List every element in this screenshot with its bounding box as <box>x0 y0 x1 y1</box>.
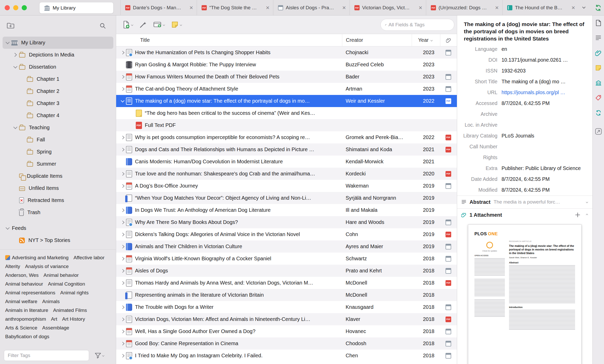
attachments-collapse-chevron-icon[interactable] <box>586 214 588 216</box>
column-header-title[interactable]: Title <box>116 34 342 46</box>
item-row[interactable]: Victorian Dogs, Victorian Men: Affect an… <box>116 313 457 325</box>
document-tab[interactable]: Aisles of Dogs - Pra… × <box>273 0 349 15</box>
best-attachment-icon[interactable] <box>446 329 451 334</box>
item-row[interactable]: I Tried to Make My Dog an Instagram Cele… <box>116 350 457 362</box>
tab-close-icon[interactable]: × <box>495 5 499 10</box>
add-attachment-icon[interactable] <box>575 212 581 218</box>
field-value[interactable]: https://journals.plos.org/pl … <box>502 90 588 95</box>
collection-row[interactable]: Retracted Items <box>3 194 113 206</box>
tag[interactable]: Alterity <box>5 262 20 271</box>
best-attachment-icon[interactable] <box>446 341 451 346</box>
tag[interactable]: Animal Cognition <box>48 280 85 288</box>
expand-chevron-icon[interactable] <box>119 228 126 240</box>
field-value[interactable]: 8/7/2024, 6:42:55 PM <box>502 100 588 106</box>
new-note-button[interactable] <box>171 21 182 28</box>
best-attachment-icon[interactable] <box>446 256 451 262</box>
collection-row[interactable]: Dissertation <box>3 61 113 73</box>
expand-chevron-icon[interactable] <box>119 143 126 156</box>
item-row[interactable]: A Dog’s Box-Office Journey Wakeman 2019 <box>116 180 457 192</box>
collection-row[interactable]: Depictions In Media <box>3 49 113 61</box>
tag[interactable]: Anderson, Wes <box>5 271 39 280</box>
item-row[interactable]: Virginia Woolf's Little-Known Biography … <box>116 253 457 265</box>
best-attachment-icon[interactable] <box>446 353 451 359</box>
libraries-collections-pane-icon[interactable] <box>593 75 604 90</box>
best-attachment-icon[interactable] <box>446 268 451 274</box>
expand-chevron-icon[interactable] <box>119 180 126 192</box>
best-attachment-icon[interactable] <box>446 50 451 55</box>
best-attachment-icon[interactable] <box>446 232 451 237</box>
item-row[interactable]: How the Humanization of Pets Is Changing… <box>116 46 457 59</box>
collection-row[interactable]: NYT > Top Stories <box>3 234 113 246</box>
expand-chevron-icon[interactable] <box>119 83 126 95</box>
attachments-pane-icon[interactable] <box>593 45 604 60</box>
zoom-window-button[interactable] <box>22 5 27 10</box>
item-row[interactable]: Aisles of Dogs Prato and Kehrt 2018 <box>116 265 457 277</box>
tab-close-icon[interactable]: × <box>189 5 193 10</box>
disclosure-chevron-icon[interactable] <box>12 124 19 131</box>
search-options-chevron-icon[interactable] <box>385 24 386 26</box>
expand-chevron-icon[interactable] <box>119 46 126 59</box>
expand-chevron-icon[interactable] <box>119 156 126 168</box>
search-box[interactable] <box>380 19 454 31</box>
expand-chevron-icon[interactable] <box>119 265 126 277</box>
related-pane-icon[interactable] <box>593 105 604 120</box>
tag-filter-input[interactable] <box>4 350 89 361</box>
sync-icon[interactable] <box>595 4 602 12</box>
new-collection-button[interactable] <box>7 22 14 30</box>
item-row[interactable]: Animals and Their Children in Victorian … <box>116 240 457 253</box>
attachments-section-header[interactable]: 1 Attachment <box>457 208 592 221</box>
expand-chevron-icon[interactable] <box>119 253 126 265</box>
locate-pane-icon[interactable] <box>593 124 604 139</box>
collection-row[interactable]: Duplicate Items <box>3 170 113 182</box>
collection-row[interactable]: My Library <box>3 37 113 49</box>
search-input[interactable] <box>388 22 452 28</box>
best-attachment-icon[interactable] <box>446 183 451 189</box>
field-value[interactable] <box>502 122 588 128</box>
collection-row[interactable]: Summer <box>3 158 113 170</box>
expand-chevron-icon[interactable] <box>119 325 126 337</box>
document-tab[interactable]: (Un)muzzled: Dogs … × <box>426 0 502 15</box>
field-value[interactable]: PLoS Journals <box>502 133 588 139</box>
item-row[interactable]: Canis Modernis: Human/Dog Coevolution in… <box>116 156 457 168</box>
item-row[interactable]: Dogs and Cats and Their Relationships wi… <box>116 143 457 156</box>
disclosure-chevron-icon[interactable] <box>12 64 19 70</box>
tag[interactable]: Animated Films <box>53 306 87 315</box>
item-row[interactable]: “The dog hero has been critical to the s… <box>116 107 457 119</box>
tag[interactable]: Animals in literature <box>5 306 48 315</box>
field-value[interactable] <box>502 111 588 117</box>
item-row[interactable]: Good Boy: Canine Representation in Cinem… <box>116 337 457 350</box>
best-attachment-icon[interactable] <box>446 98 451 104</box>
collection-row[interactable]: Chapter 1 <box>3 73 113 85</box>
abstract-pane-icon[interactable] <box>593 30 604 45</box>
best-attachment-icon[interactable] <box>446 86 451 92</box>
tag-filter-options-icon[interactable] <box>95 353 104 359</box>
best-attachment-icon[interactable] <box>446 74 451 80</box>
collection-row[interactable]: Trash <box>3 206 113 219</box>
disclosure-chevron-icon[interactable] <box>4 225 11 232</box>
column-header-creator[interactable]: Creator <box>342 34 412 46</box>
add-by-identifier-button[interactable] <box>140 21 147 28</box>
expand-chevron-icon[interactable] <box>119 131 126 143</box>
expand-chevron-icon[interactable] <box>119 216 126 228</box>
expand-chevron-icon[interactable] <box>119 277 126 289</box>
disclosure-chevron-icon[interactable] <box>12 52 19 58</box>
field-value[interactable]: 8/7/2024, 6:42:55 PM <box>502 187 588 193</box>
collection-row[interactable]: Feeds <box>3 222 113 234</box>
item-row[interactable]: Why Are There So Many Books About Dogs? … <box>116 216 457 228</box>
item-row[interactable]: The Trouble with Dogs for a Writer Knaus… <box>116 301 457 313</box>
document-tab[interactable]: The Hound of the B… × <box>502 0 579 15</box>
field-value[interactable] <box>502 144 588 150</box>
tag[interactable]: Assemblage <box>42 323 69 332</box>
disclosure-chevron-icon[interactable] <box>12 237 19 244</box>
item-row[interactable]: Full Text PDF <box>116 119 457 131</box>
tab-close-icon[interactable]: × <box>342 5 346 10</box>
collection-row[interactable]: Chapter 3 <box>3 97 113 109</box>
collection-row[interactable]: Chapter 2 <box>3 85 113 97</box>
tag[interactable]: Animal behaviour <box>5 280 43 288</box>
tag[interactable]: Arts & Science <box>5 323 37 332</box>
field-value[interactable]: 8/7/2024, 6:42:55 PM <box>502 176 588 182</box>
column-header-attachment[interactable] <box>440 34 457 46</box>
tag[interactable]: Animal behavior <box>44 271 79 280</box>
best-attachment-icon[interactable] <box>446 220 451 225</box>
disclosure-chevron-icon[interactable] <box>12 173 19 180</box>
